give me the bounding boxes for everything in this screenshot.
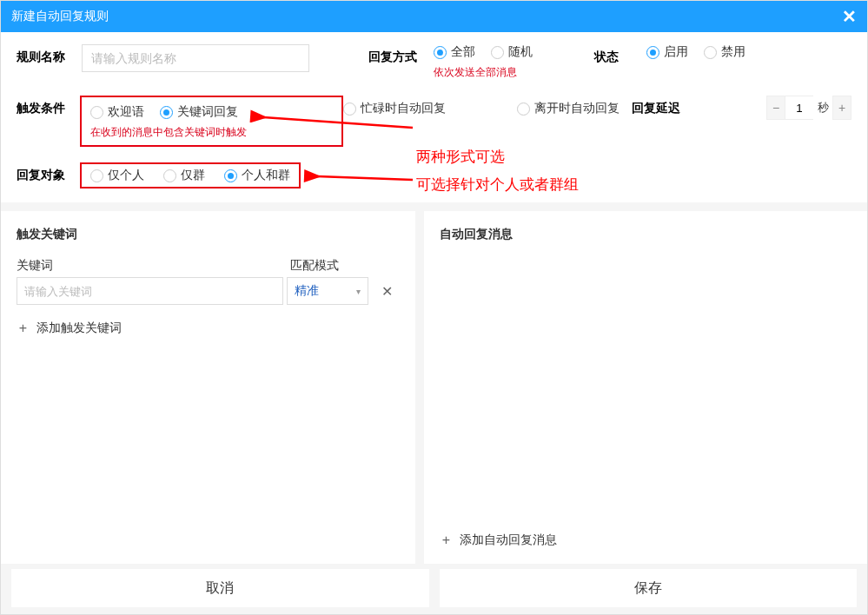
trigger-keyword[interactable]: 关键词回复 xyxy=(160,104,238,120)
footer: 取消 保存 xyxy=(1,564,867,614)
reply-mode-random[interactable]: 随机 xyxy=(491,44,533,60)
trigger-highlight-box: 欢迎语 关键词回复 在收到的消息中包含关键词时触发 xyxy=(80,96,343,147)
trigger-hint: 在收到的消息中包含关键词时触发 xyxy=(90,125,333,140)
status-disable[interactable]: 禁用 xyxy=(704,44,745,60)
delay-control: − 秒 + xyxy=(766,96,851,120)
target-highlight-box: 仅个人 仅群 个人和群 xyxy=(80,162,301,188)
delay-value[interactable] xyxy=(785,96,813,120)
label-reply-mode: 回复方式 xyxy=(368,44,434,65)
delay-minus[interactable]: − xyxy=(766,96,785,120)
dialog: 新建自动回复规则 ✕ 规则名称 回复方式 全部 随机 依次发送全部消息 状态 启… xyxy=(0,0,868,615)
add-reply-button[interactable]: + 添加自动回复消息 xyxy=(440,532,851,548)
label-status: 状态 xyxy=(594,44,646,65)
keyword-col-label: 关键词 xyxy=(17,258,290,274)
target-group[interactable]: 仅群 xyxy=(163,168,205,183)
close-icon[interactable]: ✕ xyxy=(842,6,857,27)
save-button[interactable]: 保存 xyxy=(440,569,858,607)
form-area: 规则名称 回复方式 全部 随机 依次发送全部消息 状态 启用 禁用 触发条件 xyxy=(1,32,867,202)
target-both[interactable]: 个人和群 xyxy=(224,168,290,183)
target-personal[interactable]: 仅个人 xyxy=(90,168,144,183)
left-pane: 触发关键词 关键词 匹配模式 精准 ▾ ✕ + 添加触发关键词 xyxy=(1,211,424,564)
keyword-row: 精准 ▾ ✕ xyxy=(17,277,400,305)
chevron-down-icon: ▾ xyxy=(356,287,361,296)
right-pane-title: 自动回复消息 xyxy=(440,227,851,242)
mode-col-label: 匹配模式 xyxy=(290,258,377,274)
label-rule-name: 规则名称 xyxy=(17,44,82,65)
reply-mode-all[interactable]: 全部 xyxy=(434,44,475,60)
plus-icon: + xyxy=(17,321,30,336)
status-enable[interactable]: 启用 xyxy=(646,44,688,60)
cancel-button[interactable]: 取消 xyxy=(11,569,429,607)
label-reply-target: 回复对象 xyxy=(17,162,82,183)
delay-plus[interactable]: + xyxy=(832,96,851,120)
rule-name-input[interactable] xyxy=(82,44,309,72)
right-pane: 自动回复消息 + 添加自动回复消息 xyxy=(424,211,867,564)
trigger-welcome[interactable]: 欢迎语 xyxy=(90,104,144,120)
trigger-leave[interactable]: 离开时自动回复 xyxy=(517,101,632,116)
dialog-title: 新建自动回复规则 xyxy=(11,9,109,24)
reply-mode-hint: 依次发送全部消息 xyxy=(434,65,594,80)
plus-icon: + xyxy=(440,532,453,548)
body-split: 触发关键词 关键词 匹配模式 精准 ▾ ✕ + 添加触发关键词 自动回复消息 xyxy=(1,202,867,564)
label-reply-delay: 回复延迟 xyxy=(632,96,766,116)
remove-keyword-icon[interactable]: ✕ xyxy=(374,283,400,300)
left-pane-title: 触发关键词 xyxy=(17,227,400,242)
add-keyword-button[interactable]: + 添加触发关键词 xyxy=(17,321,400,336)
delay-unit: 秒 xyxy=(813,96,832,120)
keyword-input[interactable] xyxy=(17,277,283,305)
title-bar: 新建自动回复规则 ✕ xyxy=(1,1,867,32)
label-trigger: 触发条件 xyxy=(17,96,82,116)
trigger-busy[interactable]: 忙碌时自动回复 xyxy=(343,101,517,116)
match-mode-select[interactable]: 精准 ▾ xyxy=(287,277,368,305)
